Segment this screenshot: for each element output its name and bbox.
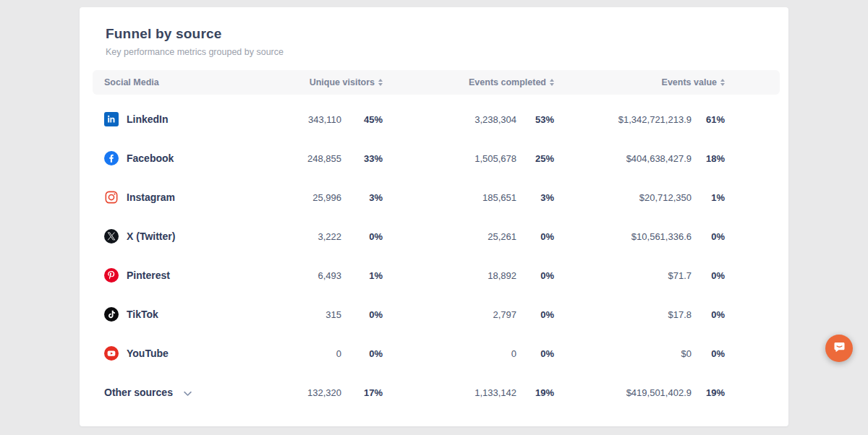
table-row: Instagram 25,996 3% 185,651 3% $20,712,3… [93, 178, 780, 217]
events-value-amount: $404,638,427.9 [554, 153, 692, 164]
unique-visitors-percent: 0% [341, 231, 383, 242]
events-completed-value: 1,505,678 [383, 153, 516, 164]
events-completed-percent: 0% [516, 231, 554, 242]
column-header-label: Events completed [469, 77, 546, 87]
column-header-social-media: Social Media [104, 77, 256, 87]
events-value-percent: 61% [692, 114, 725, 125]
events-completed-value: 185,651 [383, 192, 516, 203]
events-completed-percent: 0% [516, 270, 554, 281]
events-value-amount: $419,501,402.9 [554, 387, 692, 398]
unique-visitors-value: 132,320 [256, 387, 341, 398]
instagram-icon [104, 190, 119, 204]
facebook-icon [104, 151, 119, 165]
unique-visitors-percent: 17% [341, 387, 383, 398]
source-label: X (Twitter) [127, 231, 175, 242]
unique-visitors-percent: 0% [341, 309, 383, 320]
column-header-unique-visitors[interactable]: Unique visitors [256, 77, 383, 87]
unique-visitors-value: 315 [256, 309, 341, 320]
events-completed-percent: 53% [516, 114, 554, 125]
events-value-amount: $71.7 [554, 270, 692, 281]
unique-visitors-value: 25,996 [256, 192, 341, 203]
chat-launcher-button[interactable] [825, 335, 853, 362]
events-value-percent: 19% [692, 387, 725, 398]
source-cell: Instagram [104, 190, 256, 204]
events-value-amount: $10,561,336.6 [554, 231, 692, 242]
unique-visitors-percent: 45% [341, 114, 383, 125]
events-completed-value: 3,238,304 [383, 114, 516, 125]
source-cell: X (Twitter) [104, 229, 256, 244]
table-row: TikTok 315 0% 2,797 0% $17.8 0% [93, 295, 780, 334]
sort-arrows-icon[interactable] [720, 79, 725, 86]
column-header-events-value[interactable]: Events value [554, 77, 725, 87]
events-value-amount: $1,342,721,213.9 [554, 114, 692, 125]
events-completed-value: 25,261 [383, 231, 516, 242]
pinterest-icon [104, 268, 119, 283]
source-label: LinkedIn [127, 113, 169, 125]
column-header-label: Events value [662, 77, 717, 87]
events-value-percent: 0% [692, 231, 725, 242]
tiktok-icon [104, 307, 119, 322]
unique-visitors-value: 248,855 [256, 153, 341, 164]
unique-visitors-value: 3,222 [256, 231, 341, 242]
source-label: Facebook [127, 152, 174, 164]
source-label: YouTube [127, 348, 169, 359]
table-row: Pinterest 6,493 1% 18,892 0% $71.7 0% [93, 256, 780, 295]
x-twitter-icon [104, 229, 119, 244]
source-cell: TikTok [104, 307, 256, 322]
column-header-events-completed[interactable]: Events completed [383, 77, 554, 87]
unique-visitors-value: 6,493 [256, 270, 341, 281]
events-completed-value: 2,797 [383, 309, 516, 320]
source-cell: Pinterest [104, 268, 256, 283]
table-row: Other sources 132,320 17% 1,133,142 19% … [93, 373, 780, 412]
table-body: LinkedIn 343,110 45% 3,238,304 53% $1,34… [93, 100, 780, 412]
source-label: TikTok [127, 309, 158, 320]
unique-visitors-percent: 1% [341, 270, 383, 281]
unique-visitors-percent: 33% [341, 153, 383, 164]
source-cell: LinkedIn [104, 112, 256, 126]
linkedin-icon [104, 112, 119, 126]
events-value-percent: 18% [692, 153, 725, 164]
funnel-by-source-card: Funnel by source Key performance metrics… [80, 7, 788, 426]
youtube-icon [104, 346, 119, 361]
unique-visitors-percent: 0% [341, 348, 383, 359]
table-header: Social Media Unique visitors Events comp… [93, 70, 780, 95]
events-value-percent: 0% [692, 348, 725, 359]
events-completed-value: 18,892 [383, 270, 516, 281]
events-completed-percent: 25% [516, 153, 554, 164]
column-header-label: Unique visitors [310, 77, 375, 87]
table-row: Facebook 248,855 33% 1,505,678 25% $404,… [93, 139, 780, 178]
table-row: LinkedIn 343,110 45% 3,238,304 53% $1,34… [93, 100, 780, 139]
source-label: Pinterest [127, 270, 170, 281]
unique-visitors-value: 343,110 [256, 114, 341, 125]
events-value-amount: $0 [554, 348, 692, 359]
source-label: Other sources [104, 387, 173, 398]
events-completed-percent: 19% [516, 387, 554, 398]
chat-bubble-icon [832, 340, 847, 358]
events-completed-value: 1,133,142 [383, 387, 516, 398]
events-value-percent: 0% [692, 309, 725, 320]
table-row: X (Twitter) 3,222 0% 25,261 0% $10,561,3… [93, 217, 780, 256]
events-completed-percent: 0% [516, 348, 554, 359]
unique-visitors-percent: 3% [341, 192, 383, 203]
source-cell: Facebook [104, 151, 256, 165]
events-value-percent: 0% [692, 270, 725, 281]
events-completed-percent: 0% [516, 309, 554, 320]
page-title: Funnel by source [106, 26, 788, 42]
page-subtitle: Key performance metrics grouped by sourc… [106, 47, 788, 57]
events-value-amount: $20,712,350 [554, 192, 692, 203]
unique-visitors-value: 0 [256, 348, 341, 359]
source-label: Instagram [127, 191, 175, 203]
events-completed-percent: 3% [516, 192, 554, 203]
other-sources-toggle[interactable]: Other sources [104, 387, 256, 399]
chevron-down-icon[interactable] [182, 388, 193, 399]
events-value-amount: $17.8 [554, 309, 692, 320]
events-completed-value: 0 [383, 348, 516, 359]
table-row: YouTube 0 0% 0 0% $0 0% [93, 334, 780, 373]
events-value-percent: 1% [692, 192, 725, 203]
source-cell: YouTube [104, 346, 256, 361]
